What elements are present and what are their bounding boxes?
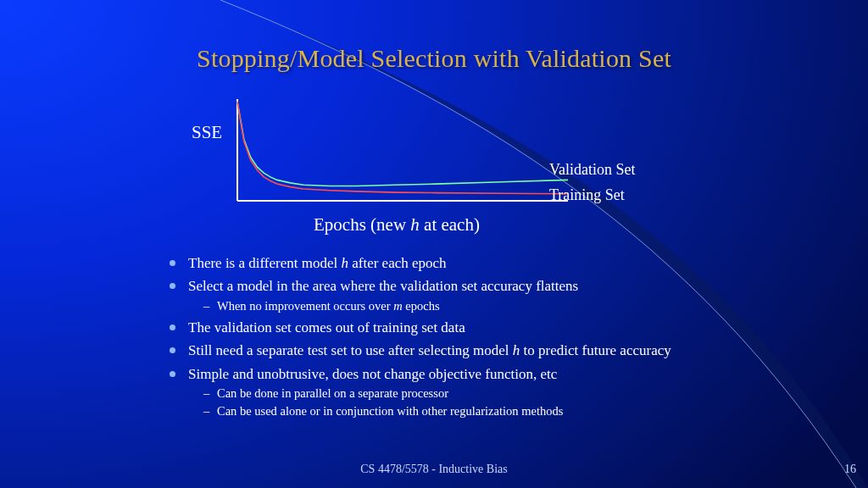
xlabel-pre: Epochs (new	[314, 214, 410, 235]
slide: Stopping/Model Selection with Validation…	[0, 0, 868, 488]
legend-training: Training Set	[549, 186, 625, 204]
xlabel-post: at each)	[420, 214, 480, 235]
slide-title: Stopping/Model Selection with Validation…	[0, 44, 868, 73]
chart-ylabel: SSE	[192, 122, 222, 143]
chart-xlabel: Epochs (new h at each)	[314, 214, 480, 236]
series-validation-set	[237, 102, 568, 186]
sub-bullet-item: When no improvement occurs over m epochs	[188, 298, 710, 314]
chart-plot	[229, 95, 585, 214]
page-number: 16	[844, 463, 856, 476]
sub-bullet-item: Can be used alone or in conjunction with…	[188, 403, 710, 419]
bullet-item: There is a different model h after each …	[168, 254, 710, 273]
legend-validation: Validation Set	[549, 161, 636, 179]
sub-bullet-item: Can be done in parallel on a separate pr…	[188, 385, 710, 402]
series-training-set	[237, 102, 568, 194]
footer-text: CS 4478/5578 - Inductive Bias	[0, 463, 868, 476]
bullet-item: Simple and unobtrusive, does not change …	[168, 365, 710, 420]
xlabel-ital: h	[410, 214, 420, 235]
bullet-item: Select a model in the area where the val…	[168, 277, 710, 314]
bullet-item: Still need a separate test set to use af…	[168, 341, 710, 360]
bullet-list: There is a different model h after each …	[168, 254, 710, 424]
bullet-item: The validation set comes out of training…	[168, 319, 710, 337]
chart: SSE Validation Set Training Set Epochs (…	[195, 95, 670, 230]
